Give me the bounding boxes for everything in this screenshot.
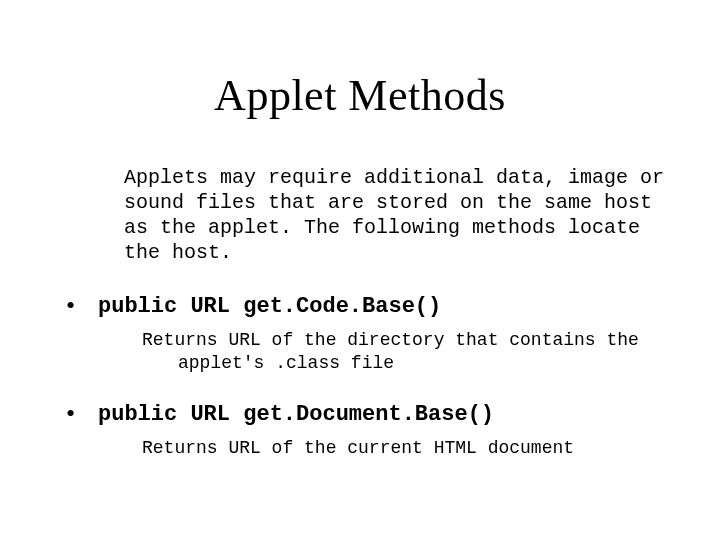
- method-list: public URL get.Code.Base() Returns URL o…: [40, 293, 680, 460]
- slide-title: Applet Methods: [40, 70, 680, 121]
- method-description: Returns URL of the directory that contai…: [174, 329, 680, 376]
- intro-paragraph: Applets may require additional data, ima…: [124, 165, 680, 265]
- slide: Applet Methods Applets may require addit…: [0, 0, 720, 540]
- method-signature: public URL get.Document.Base(): [98, 401, 680, 429]
- method-description: Returns URL of the current HTML document: [174, 437, 680, 460]
- method-signature: public URL get.Code.Base(): [98, 293, 680, 321]
- method-item: public URL get.Code.Base() Returns URL o…: [40, 293, 680, 375]
- method-item: public URL get.Document.Base() Returns U…: [40, 401, 680, 460]
